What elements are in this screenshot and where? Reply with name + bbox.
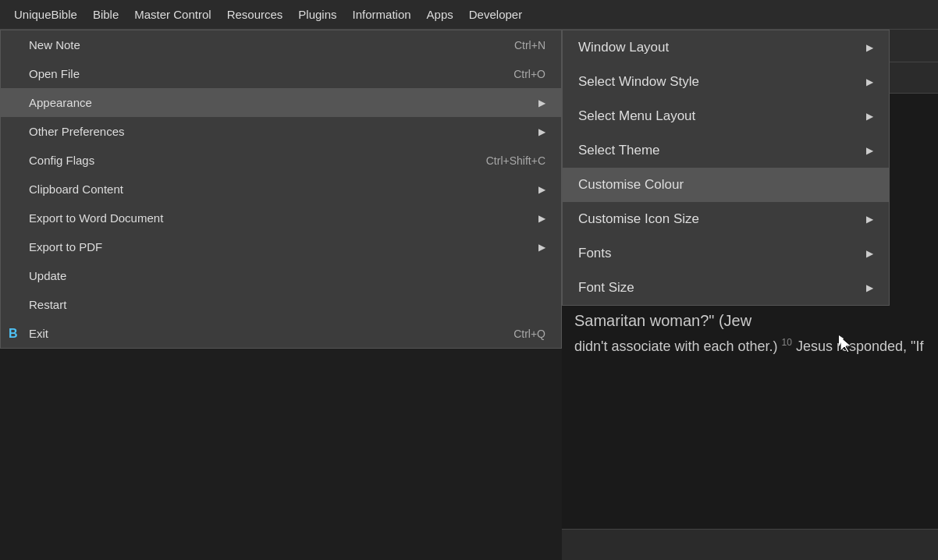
submenu-item-select-menu-layout-label: Select Menu Layout	[578, 108, 695, 124]
menubar-resources[interactable]: Resources	[219, 5, 291, 24]
menu-item-appearance-label: Appearance	[29, 96, 92, 109]
arrow-icon-fonts: ▶	[866, 248, 873, 259]
menu-item-clipboard-content[interactable]: Clipboard Content ▶	[1, 175, 561, 204]
submenu-item-font-size-label: Font Size	[578, 280, 634, 296]
submenu-item-customise-icon-size[interactable]: Customise Icon Size ▶	[563, 202, 889, 236]
menu-item-exit-label: Exit	[29, 327, 48, 340]
dropdown-menu: New Note Ctrl+N Open File Ctrl+O Appeara…	[0, 30, 562, 349]
menubar-master-control[interactable]: Master Control	[126, 5, 219, 24]
arrow-icon-other-preferences: ▶	[538, 126, 545, 137]
menubar-information[interactable]: Information	[345, 5, 419, 24]
arrow-icon-export-pdf: ▶	[538, 242, 545, 253]
menu-item-new-note-shortcut: Ctrl+N	[514, 39, 545, 51]
menu-item-other-preferences[interactable]: Other Preferences ▶	[1, 117, 561, 146]
submenu-item-window-layout[interactable]: Window Layout ▶	[563, 30, 889, 65]
menu-item-open-file-label: Open File	[29, 67, 80, 80]
menu-item-appearance[interactable]: Appearance ▶	[1, 88, 561, 117]
arrow-icon-export-word: ▶	[538, 213, 545, 224]
menu-item-new-note-label: New Note	[29, 38, 80, 51]
menu-item-config-flags[interactable]: Config Flags Ctrl+Shift+C	[1, 146, 561, 175]
arrow-icon-window-layout: ▶	[866, 42, 873, 53]
bottom-bar	[562, 529, 938, 560]
verse-last-line: didn't associate with each other.) 10 Je…	[574, 338, 923, 354]
arrow-icon-font-size: ▶	[866, 282, 873, 293]
menubar-apps[interactable]: Apps	[419, 5, 461, 24]
exit-b-icon: B	[9, 327, 18, 341]
submenu-item-fonts-label: Fonts	[578, 246, 612, 261]
menubar-uniquebible[interactable]: UniqueBible	[6, 5, 85, 24]
menubar: UniqueBible Bible Master Control Resourc…	[0, 0, 938, 30]
menu-item-exit[interactable]: B Exit Ctrl+Q	[1, 319, 561, 348]
submenu-item-customise-icon-size-label: Customise Icon Size	[578, 211, 699, 227]
menu-item-config-flags-shortcut: Ctrl+Shift+C	[486, 154, 545, 167]
arrow-icon-clipboard-content: ▶	[538, 184, 545, 195]
menu-item-open-file-shortcut: Ctrl+O	[513, 68, 545, 80]
submenu-item-customise-colour-label: Customise Colour	[578, 177, 684, 193]
menu-item-update-label: Update	[29, 269, 66, 282]
submenu-item-customise-colour[interactable]: Customise Colour	[563, 168, 889, 202]
arrow-icon-appearance: ▶	[538, 97, 545, 108]
submenu-item-select-theme-label: Select Theme	[578, 143, 660, 158]
verse-bottom-text: Samaritan woman?" (Jew	[574, 312, 751, 329]
menu-item-exit-shortcut: Ctrl+Q	[513, 328, 545, 340]
menu-item-new-note[interactable]: New Note Ctrl+N	[1, 30, 561, 59]
submenu-item-window-layout-label: Window Layout	[578, 40, 669, 55]
menu-item-export-word[interactable]: Export to Word Document ▶	[1, 204, 561, 232]
menu-item-open-file[interactable]: Open File Ctrl+O	[1, 59, 561, 88]
menu-item-export-pdf[interactable]: Export to PDF ▶	[1, 232, 561, 261]
submenu-item-select-theme[interactable]: Select Theme ▶	[563, 133, 889, 168]
menu-item-update[interactable]: Update	[1, 261, 561, 290]
menu-item-export-pdf-label: Export to PDF	[29, 240, 102, 253]
arrow-icon-select-theme: ▶	[866, 145, 873, 156]
menubar-plugins[interactable]: Plugins	[290, 5, 344, 24]
submenu-item-select-window-style[interactable]: Select Window Style ▶	[563, 65, 889, 99]
menu-item-restart-label: Restart	[29, 298, 66, 311]
menu-item-export-word-label: Export to Word Document	[29, 211, 163, 225]
submenu-item-font-size[interactable]: Font Size ▶	[563, 271, 889, 305]
menu-item-restart[interactable]: Restart	[1, 290, 561, 319]
menubar-developer[interactable]: Developer	[461, 5, 530, 24]
arrow-icon-customise-icon-size: ▶	[866, 214, 873, 225]
submenu-item-select-window-style-label: Select Window Style	[578, 74, 699, 90]
menu-item-other-preferences-label: Other Preferences	[29, 125, 125, 138]
menu-item-config-flags-label: Config Flags	[29, 154, 94, 167]
arrow-icon-select-menu-layout: ▶	[866, 111, 873, 122]
menubar-bible[interactable]: Bible	[85, 5, 126, 24]
submenu-item-fonts[interactable]: Fonts ▶	[563, 236, 889, 271]
appearance-submenu: Window Layout ▶ Select Window Style ▶ Se…	[562, 30, 890, 306]
menu-item-clipboard-content-label: Clipboard Content	[29, 183, 123, 196]
arrow-icon-select-window-style: ▶	[866, 76, 873, 87]
submenu-item-select-menu-layout[interactable]: Select Menu Layout ▶	[563, 99, 889, 133]
